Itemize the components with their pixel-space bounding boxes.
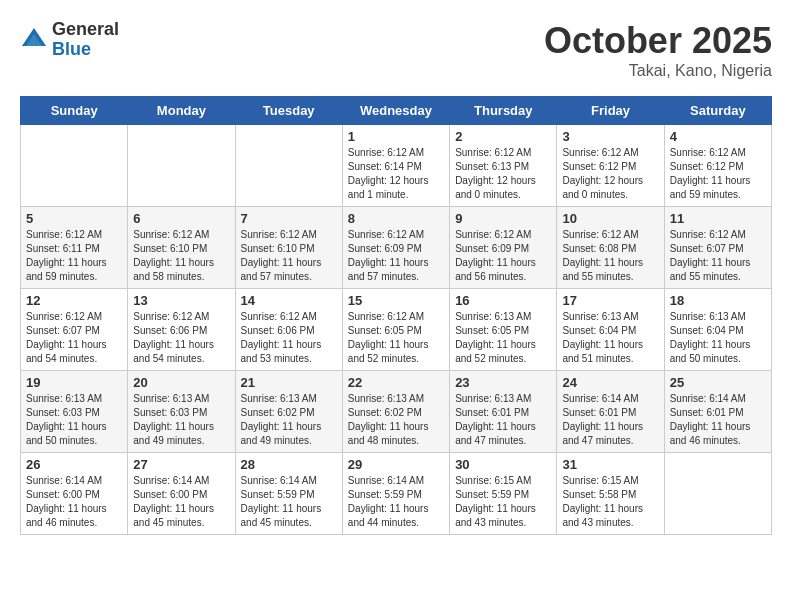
logo-text: General Blue: [52, 20, 119, 60]
calendar-cell: 23Sunrise: 6:13 AM Sunset: 6:01 PM Dayli…: [450, 371, 557, 453]
calendar-cell: 17Sunrise: 6:13 AM Sunset: 6:04 PM Dayli…: [557, 289, 664, 371]
day-info: Sunrise: 6:12 AM Sunset: 6:14 PM Dayligh…: [348, 146, 444, 202]
day-info: Sunrise: 6:12 AM Sunset: 6:13 PM Dayligh…: [455, 146, 551, 202]
title-block: October 2025 Takai, Kano, Nigeria: [544, 20, 772, 80]
day-info: Sunrise: 6:13 AM Sunset: 6:02 PM Dayligh…: [241, 392, 337, 448]
day-number: 5: [26, 211, 122, 226]
day-number: 11: [670, 211, 766, 226]
calendar-cell: 21Sunrise: 6:13 AM Sunset: 6:02 PM Dayli…: [235, 371, 342, 453]
day-info: Sunrise: 6:13 AM Sunset: 6:02 PM Dayligh…: [348, 392, 444, 448]
calendar-cell: 22Sunrise: 6:13 AM Sunset: 6:02 PM Dayli…: [342, 371, 449, 453]
page-header: General Blue October 2025 Takai, Kano, N…: [20, 20, 772, 80]
day-number: 26: [26, 457, 122, 472]
day-number: 12: [26, 293, 122, 308]
day-number: 3: [562, 129, 658, 144]
day-number: 10: [562, 211, 658, 226]
calendar-week-row: 26Sunrise: 6:14 AM Sunset: 6:00 PM Dayli…: [21, 453, 772, 535]
location: Takai, Kano, Nigeria: [544, 62, 772, 80]
day-number: 19: [26, 375, 122, 390]
day-number: 20: [133, 375, 229, 390]
day-info: Sunrise: 6:12 AM Sunset: 6:11 PM Dayligh…: [26, 228, 122, 284]
day-info: Sunrise: 6:15 AM Sunset: 5:59 PM Dayligh…: [455, 474, 551, 530]
day-info: Sunrise: 6:12 AM Sunset: 6:12 PM Dayligh…: [562, 146, 658, 202]
calendar-cell: 4Sunrise: 6:12 AM Sunset: 6:12 PM Daylig…: [664, 125, 771, 207]
day-number: 14: [241, 293, 337, 308]
day-info: Sunrise: 6:12 AM Sunset: 6:08 PM Dayligh…: [562, 228, 658, 284]
day-number: 6: [133, 211, 229, 226]
calendar-cell: 24Sunrise: 6:14 AM Sunset: 6:01 PM Dayli…: [557, 371, 664, 453]
day-info: Sunrise: 6:14 AM Sunset: 5:59 PM Dayligh…: [348, 474, 444, 530]
month-title: October 2025: [544, 20, 772, 62]
day-number: 31: [562, 457, 658, 472]
weekday-header: Wednesday: [342, 97, 449, 125]
day-number: 9: [455, 211, 551, 226]
day-number: 28: [241, 457, 337, 472]
calendar-cell: 31Sunrise: 6:15 AM Sunset: 5:58 PM Dayli…: [557, 453, 664, 535]
day-number: 16: [455, 293, 551, 308]
day-number: 4: [670, 129, 766, 144]
calendar-cell: 18Sunrise: 6:13 AM Sunset: 6:04 PM Dayli…: [664, 289, 771, 371]
calendar-cell: 26Sunrise: 6:14 AM Sunset: 6:00 PM Dayli…: [21, 453, 128, 535]
calendar-cell: 29Sunrise: 6:14 AM Sunset: 5:59 PM Dayli…: [342, 453, 449, 535]
day-number: 8: [348, 211, 444, 226]
day-info: Sunrise: 6:14 AM Sunset: 6:00 PM Dayligh…: [26, 474, 122, 530]
day-info: Sunrise: 6:12 AM Sunset: 6:09 PM Dayligh…: [348, 228, 444, 284]
day-info: Sunrise: 6:13 AM Sunset: 6:03 PM Dayligh…: [26, 392, 122, 448]
weekday-header-row: SundayMondayTuesdayWednesdayThursdayFrid…: [21, 97, 772, 125]
weekday-header: Sunday: [21, 97, 128, 125]
calendar-cell: 20Sunrise: 6:13 AM Sunset: 6:03 PM Dayli…: [128, 371, 235, 453]
weekday-header: Saturday: [664, 97, 771, 125]
day-number: 29: [348, 457, 444, 472]
logo-blue: Blue: [52, 40, 119, 60]
day-number: 24: [562, 375, 658, 390]
calendar-cell: 1Sunrise: 6:12 AM Sunset: 6:14 PM Daylig…: [342, 125, 449, 207]
calendar-cell: 13Sunrise: 6:12 AM Sunset: 6:06 PM Dayli…: [128, 289, 235, 371]
day-info: Sunrise: 6:14 AM Sunset: 6:01 PM Dayligh…: [562, 392, 658, 448]
weekday-header: Friday: [557, 97, 664, 125]
calendar-cell: 11Sunrise: 6:12 AM Sunset: 6:07 PM Dayli…: [664, 207, 771, 289]
calendar-cell: 28Sunrise: 6:14 AM Sunset: 5:59 PM Dayli…: [235, 453, 342, 535]
day-info: Sunrise: 6:12 AM Sunset: 6:07 PM Dayligh…: [670, 228, 766, 284]
day-info: Sunrise: 6:15 AM Sunset: 5:58 PM Dayligh…: [562, 474, 658, 530]
calendar-cell: [235, 125, 342, 207]
day-number: 18: [670, 293, 766, 308]
day-info: Sunrise: 6:12 AM Sunset: 6:05 PM Dayligh…: [348, 310, 444, 366]
calendar-cell: 30Sunrise: 6:15 AM Sunset: 5:59 PM Dayli…: [450, 453, 557, 535]
calendar-cell: 8Sunrise: 6:12 AM Sunset: 6:09 PM Daylig…: [342, 207, 449, 289]
calendar-week-row: 1Sunrise: 6:12 AM Sunset: 6:14 PM Daylig…: [21, 125, 772, 207]
calendar-week-row: 5Sunrise: 6:12 AM Sunset: 6:11 PM Daylig…: [21, 207, 772, 289]
day-number: 13: [133, 293, 229, 308]
day-info: Sunrise: 6:12 AM Sunset: 6:10 PM Dayligh…: [241, 228, 337, 284]
day-info: Sunrise: 6:13 AM Sunset: 6:04 PM Dayligh…: [670, 310, 766, 366]
day-info: Sunrise: 6:13 AM Sunset: 6:03 PM Dayligh…: [133, 392, 229, 448]
calendar-cell: 3Sunrise: 6:12 AM Sunset: 6:12 PM Daylig…: [557, 125, 664, 207]
calendar: SundayMondayTuesdayWednesdayThursdayFrid…: [20, 96, 772, 535]
day-number: 1: [348, 129, 444, 144]
day-number: 27: [133, 457, 229, 472]
calendar-week-row: 12Sunrise: 6:12 AM Sunset: 6:07 PM Dayli…: [21, 289, 772, 371]
calendar-cell: 19Sunrise: 6:13 AM Sunset: 6:03 PM Dayli…: [21, 371, 128, 453]
calendar-cell: 10Sunrise: 6:12 AM Sunset: 6:08 PM Dayli…: [557, 207, 664, 289]
day-number: 7: [241, 211, 337, 226]
calendar-cell: 7Sunrise: 6:12 AM Sunset: 6:10 PM Daylig…: [235, 207, 342, 289]
logo: General Blue: [20, 20, 119, 60]
calendar-cell: [128, 125, 235, 207]
day-info: Sunrise: 6:13 AM Sunset: 6:05 PM Dayligh…: [455, 310, 551, 366]
logo-icon: [20, 26, 48, 54]
day-number: 25: [670, 375, 766, 390]
day-info: Sunrise: 6:12 AM Sunset: 6:06 PM Dayligh…: [133, 310, 229, 366]
day-number: 15: [348, 293, 444, 308]
calendar-cell: 15Sunrise: 6:12 AM Sunset: 6:05 PM Dayli…: [342, 289, 449, 371]
calendar-cell: [664, 453, 771, 535]
day-info: Sunrise: 6:13 AM Sunset: 6:04 PM Dayligh…: [562, 310, 658, 366]
calendar-cell: 27Sunrise: 6:14 AM Sunset: 6:00 PM Dayli…: [128, 453, 235, 535]
day-info: Sunrise: 6:14 AM Sunset: 6:00 PM Dayligh…: [133, 474, 229, 530]
calendar-cell: 6Sunrise: 6:12 AM Sunset: 6:10 PM Daylig…: [128, 207, 235, 289]
day-info: Sunrise: 6:12 AM Sunset: 6:12 PM Dayligh…: [670, 146, 766, 202]
day-number: 22: [348, 375, 444, 390]
calendar-cell: 2Sunrise: 6:12 AM Sunset: 6:13 PM Daylig…: [450, 125, 557, 207]
day-number: 30: [455, 457, 551, 472]
calendar-cell: 5Sunrise: 6:12 AM Sunset: 6:11 PM Daylig…: [21, 207, 128, 289]
calendar-cell: 14Sunrise: 6:12 AM Sunset: 6:06 PM Dayli…: [235, 289, 342, 371]
day-info: Sunrise: 6:14 AM Sunset: 6:01 PM Dayligh…: [670, 392, 766, 448]
